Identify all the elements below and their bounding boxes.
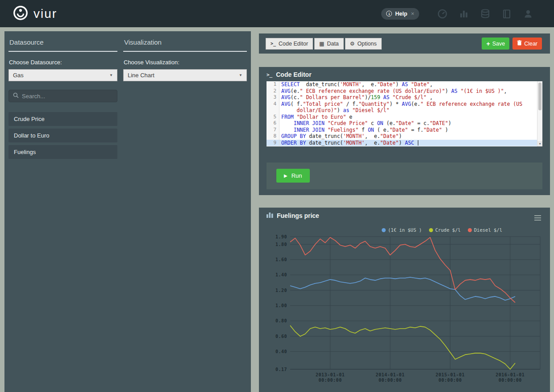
visualization-select[interactable]: Line Chart ▼ <box>123 69 247 81</box>
code-text: SELECT date_trunc('MONTH', e."Date") AS … <box>279 81 537 88</box>
caret-down-icon: ▼ <box>109 73 113 77</box>
datasource-item-crude-price[interactable]: Crude Price <box>8 112 117 126</box>
svg-text:2015-01-01: 2015-01-01 <box>436 372 465 377</box>
editor-toolbar: >_ Code Editor ▦ Data ⚙ Options + Save <box>259 33 550 54</box>
tab-options[interactable]: ⚙ Options <box>345 38 382 50</box>
svg-text:0.40: 0.40 <box>275 349 287 354</box>
bar-chart-icon[interactable] <box>458 8 469 19</box>
code-text: AVG( f."Total price" / f."Quantity") * A… <box>279 101 537 114</box>
svg-text:0.17: 0.17 <box>275 367 287 372</box>
tab-data[interactable]: ▦ Data <box>314 38 344 50</box>
code-text: ORDER BY date_trunc('MONTH', e."Date") A… <box>279 140 537 146</box>
logo-text: viur <box>33 7 57 21</box>
svg-text:1.60: 1.60 <box>275 257 287 262</box>
plus-icon: + <box>486 41 490 47</box>
svg-text:1.20: 1.20 <box>275 288 287 293</box>
datasource-list: Crude Price Dollar to Euro Fuelings <box>8 112 117 159</box>
visualization-header: Visualization <box>123 38 247 52</box>
view-tabs: >_ Code Editor ▦ Data ⚙ Options <box>266 38 382 50</box>
code-line[interactable]: 1SELECT date_trunc('MONTH', e."Date") AS… <box>267 81 537 88</box>
clear-label: Clear <box>524 41 537 47</box>
code-line[interactable]: 2AVG(e." ECB reference exchange rate (US… <box>267 88 537 95</box>
chart-panel: Fuelings price (1€ in $US )Crude $/lDies… <box>259 208 550 392</box>
chart-title-text: Fuelings price <box>277 212 319 219</box>
tab-label: Code Editor <box>279 41 308 47</box>
app-root: viur i Help × <box>0 0 554 392</box>
line-number: 1 <box>267 81 279 88</box>
info-icon: i <box>386 11 392 17</box>
svg-text:00:00:00: 00:00:00 <box>499 378 522 383</box>
code-editor-panel: >_ Code Editor 1SELECT date_trunc('MONTH… <box>259 67 550 195</box>
viur-logo-icon <box>12 5 29 23</box>
gear-icon: ⚙ <box>350 41 355 46</box>
datasource-select-value: Gas <box>13 72 24 79</box>
scrollbar-thumb[interactable] <box>538 83 542 110</box>
save-button[interactable]: + Save <box>482 38 509 50</box>
code-text: AVG(c." Dollars per Barrel")/159 AS "Cru… <box>279 94 537 101</box>
visualization-select-value: Line Chart <box>128 72 154 79</box>
code-line[interactable]: 4AVG( f."Total price" / f."Quantity") * … <box>267 101 537 114</box>
top-navbar: viur i Help × <box>0 0 554 27</box>
code-line[interactable]: 9ORDER BY date_trunc('MONTH', e."Date") … <box>267 140 537 146</box>
code-text: INNER JOIN "Fuelings" f ON ( e."Date" = … <box>279 127 537 133</box>
help-label: Help <box>395 11 407 17</box>
editor-scrollbar[interactable]: ▼ <box>537 81 542 146</box>
line-number: 8 <box>267 133 279 140</box>
code-line[interactable]: 6 INNER JOIN "Crude Price" c ON (e."Date… <box>267 120 537 127</box>
code-editor-title: >_ Code Editor <box>267 71 312 78</box>
code-text: AVG(e." ECB reference exchange rate (US … <box>279 88 537 95</box>
terminal-icon: >_ <box>267 72 272 78</box>
search-icon <box>13 92 19 100</box>
caret-down-icon: ▼ <box>239 73 242 77</box>
viur-logo[interactable]: viur <box>12 5 57 23</box>
trash-icon <box>517 40 522 47</box>
datasource-select[interactable]: Gas ▼ <box>8 69 117 81</box>
line-number: 4 <box>267 101 279 114</box>
help-button[interactable]: i Help × <box>381 8 419 20</box>
line-number: 7 <box>267 127 279 133</box>
sql-code-editor[interactable]: 1SELECT date_trunc('MONTH', e."Date") AS… <box>267 81 542 146</box>
line-number: 2 <box>267 88 279 95</box>
tab-label: Data <box>327 41 338 47</box>
search-input[interactable] <box>22 93 113 100</box>
svg-text:0.60: 0.60 <box>275 334 287 339</box>
chart-menu-icon[interactable] <box>534 215 541 222</box>
search-box[interactable] <box>8 90 117 102</box>
code-line[interactable]: 8GROUP BY date_trunc('MONTH', e."Date") <box>267 133 537 140</box>
user-icon[interactable] <box>523 8 533 19</box>
tab-code-editor[interactable]: >_ Code Editor <box>266 38 313 50</box>
line-chart[interactable]: 1.901.801.601.401.201.000.800.600.400.17… <box>267 225 544 390</box>
book-icon[interactable] <box>501 8 512 19</box>
svg-text:2014-01-01: 2014-01-01 <box>375 372 404 377</box>
chart-title: Fuelings price <box>267 212 319 219</box>
datasource-item-dollar-to-euro[interactable]: Dollar to Euro <box>8 129 117 142</box>
datasource-item-fuelings[interactable]: Fuelings <box>8 145 117 159</box>
datasource-header: Datasource <box>8 38 117 52</box>
line-number: 3 <box>267 94 279 101</box>
svg-text:1.00: 1.00 <box>275 303 287 308</box>
dashboard-icon[interactable] <box>437 8 448 19</box>
play-icon: ▶ <box>284 173 287 178</box>
choose-visualization-label: Choose Visualization: <box>124 59 247 66</box>
code-line[interactable]: 5FROM "Dollar to Euro" e <box>267 114 537 121</box>
code-lines[interactable]: 1SELECT date_trunc('MONTH', e."Date") AS… <box>267 81 537 146</box>
svg-text:0.80: 0.80 <box>275 318 287 323</box>
code-line[interactable]: 3AVG(c." Dollars per Barrel")/159 AS "Cr… <box>267 94 537 101</box>
run-button[interactable]: ▶ Run <box>276 169 310 183</box>
svg-text:00:00:00: 00:00:00 <box>319 378 342 383</box>
code-line[interactable]: 7 INNER JOIN "Fuelings" f ON ( e."Date" … <box>267 127 537 133</box>
run-strip: ▶ Run <box>267 163 542 189</box>
code-text: INNER JOIN "Crude Price" c ON (e."Date" … <box>279 120 537 127</box>
svg-text:2016-01-01: 2016-01-01 <box>496 372 525 377</box>
database-icon[interactable] <box>480 8 491 19</box>
chart-icon <box>267 212 273 219</box>
code-editor-title-text: Code Editor <box>276 71 311 78</box>
scroll-down-button[interactable]: ▼ <box>537 141 542 146</box>
choose-datasource-label: Choose Datasource: <box>9 59 117 66</box>
table-icon: ▦ <box>319 41 324 46</box>
close-icon[interactable]: × <box>411 10 414 17</box>
navbar-actions: i Help × <box>381 8 533 20</box>
svg-text:1.80: 1.80 <box>275 242 287 247</box>
svg-text:00:00:00: 00:00:00 <box>379 378 402 383</box>
clear-button[interactable]: Clear <box>512 38 542 50</box>
